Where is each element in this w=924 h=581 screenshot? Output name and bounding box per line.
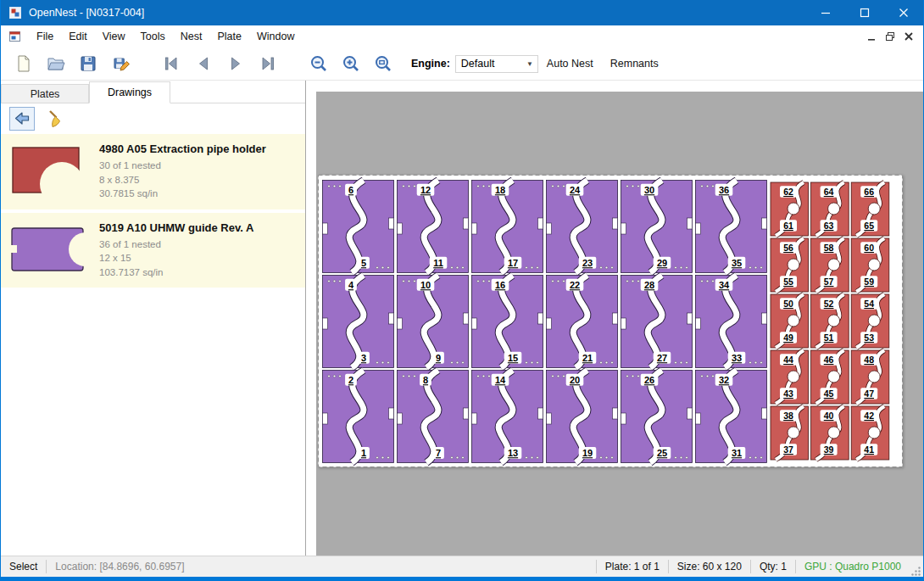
nest-part-pair-purple[interactable]: 2221	[547, 276, 618, 368]
nest-part-pair-purple[interactable]: 2827	[621, 276, 693, 368]
maximize-button[interactable]	[845, 0, 884, 25]
clear-parts-button[interactable]	[43, 107, 69, 131]
mdi-restore-button[interactable]	[881, 28, 899, 45]
nest-part-pair-red[interactable]: 4241	[851, 406, 889, 460]
chevron-down-icon: ▼	[526, 60, 537, 68]
nest-part-pair-red[interactable]: 4443	[771, 350, 809, 404]
nest-part-pair-red[interactable]: 6059	[851, 238, 889, 292]
close-button[interactable]	[884, 0, 923, 25]
nav-last-button[interactable]	[253, 50, 282, 77]
mdi-close-button[interactable]	[899, 28, 918, 45]
minimize-button[interactable]	[806, 0, 845, 25]
nest-part-pair-red[interactable]: 4039	[811, 406, 849, 460]
nest-part-pair-red[interactable]: 5857	[811, 238, 849, 292]
nav-next-button[interactable]	[221, 50, 250, 77]
svg-text:27: 27	[657, 353, 667, 363]
plate-svg[interactable]: 6512111817242330293635431091615222128273…	[318, 175, 903, 467]
svg-text:6: 6	[348, 185, 353, 195]
engine-label: Engine:	[411, 58, 450, 70]
nest-part-pair-purple[interactable]: 2019	[547, 371, 618, 463]
drawing-size: 8 x 8.375	[99, 173, 266, 187]
nest-part-pair-purple[interactable]: 3635	[696, 181, 767, 273]
svg-text:57: 57	[824, 277, 834, 287]
drawing-area: 30.7815 sq/in	[99, 187, 266, 201]
nest-part-pair-red[interactable]: 5049	[771, 294, 809, 348]
nest-part-pair-purple[interactable]: 3433	[696, 276, 767, 368]
nest-part-pair-red[interactable]: 4645	[811, 350, 849, 404]
prev-arrow-icon	[193, 53, 214, 74]
canvas-left-gutter	[306, 81, 316, 556]
engine-select[interactable]: Default ▼	[455, 55, 538, 73]
document-icon[interactable]	[8, 30, 22, 43]
zoom-out-button[interactable]	[304, 50, 333, 77]
nest-part-pair-purple[interactable]: 21	[323, 371, 394, 463]
svg-text:50: 50	[783, 299, 793, 309]
menu-window[interactable]: Window	[249, 27, 302, 46]
open-button[interactable]	[42, 50, 70, 77]
nav-prev-button[interactable]	[189, 50, 218, 77]
tab-drawings[interactable]: Drawings	[89, 81, 170, 103]
nest-canvas[interactable]: 6512111817242330293635431091615222128273…	[306, 81, 923, 556]
svg-text:63: 63	[824, 221, 834, 231]
nav-first-button[interactable]	[157, 50, 186, 77]
svg-text:18: 18	[495, 185, 505, 195]
nest-part-pair-purple[interactable]: 87	[398, 371, 469, 463]
menu-plate[interactable]: Plate	[209, 27, 249, 46]
menu-bar: File Edit View Tools Nest Plate Window	[1, 25, 923, 47]
svg-text:38: 38	[783, 411, 793, 421]
tab-plates[interactable]: Plates	[1, 84, 89, 103]
svg-text:2: 2	[348, 375, 353, 385]
nest-part-pair-red[interactable]: 5251	[811, 294, 849, 348]
nest-part-pair-purple[interactable]: 2423	[547, 181, 618, 273]
nest-part-pair-purple[interactable]: 1211	[398, 181, 469, 273]
drawing-name: 4980 A05 Extraction pipe holder	[99, 142, 266, 155]
svg-text:5: 5	[361, 258, 366, 268]
parts-panel: Plates Drawings	[1, 81, 306, 556]
nest-part-pair-purple[interactable]: 65	[323, 181, 394, 273]
svg-text:41: 41	[864, 444, 874, 455]
svg-text:1: 1	[361, 448, 366, 458]
return-part-button[interactable]	[9, 107, 35, 131]
nest-part-pair-red[interactable]: 5453	[851, 294, 889, 348]
new-button[interactable]	[9, 50, 38, 77]
zoom-fit-button[interactable]	[369, 50, 398, 77]
menu-edit[interactable]: Edit	[61, 27, 95, 46]
nest-part-pair-purple[interactable]: 1615	[472, 276, 543, 368]
panel-tabs: Plates Drawings	[1, 81, 305, 103]
resize-grip[interactable]	[910, 556, 923, 577]
nest-part-pair-purple[interactable]: 43	[323, 276, 394, 368]
save-as-button[interactable]	[106, 50, 135, 77]
status-mode: Select	[1, 556, 46, 577]
nest-part-pair-purple[interactable]: 1413	[472, 371, 543, 463]
menu-tools[interactable]: Tools	[133, 27, 173, 46]
svg-text:43: 43	[783, 388, 793, 399]
nest-part-pair-red[interactable]: 6463	[811, 182, 849, 236]
remnants-button[interactable]: Remnants	[602, 53, 667, 75]
save-as-icon	[110, 53, 131, 74]
drawing-name: 5019 A10 UHMW guide Rev. A	[99, 221, 253, 234]
svg-text:36: 36	[719, 185, 729, 195]
nest-part-pair-purple[interactable]: 2625	[621, 371, 693, 463]
save-button[interactable]	[74, 50, 103, 77]
nest-part-pair-red[interactable]: 5655	[771, 238, 809, 292]
list-item[interactable]: 5019 A10 UHMW guide Rev. A 36 of 1 neste…	[1, 213, 305, 288]
nest-part-pair-purple[interactable]: 3231	[696, 371, 767, 463]
zoom-in-button[interactable]	[337, 50, 365, 77]
menu-file[interactable]: File	[29, 27, 61, 46]
svg-text:21: 21	[582, 353, 593, 363]
svg-text:54: 54	[864, 299, 874, 309]
svg-text:15: 15	[508, 353, 518, 363]
menu-view[interactable]: View	[95, 27, 133, 46]
svg-text:12: 12	[420, 185, 431, 195]
nest-part-pair-red[interactable]: 4847	[851, 350, 889, 404]
auto-nest-button[interactable]: Auto Nest	[538, 53, 602, 75]
nest-part-pair-purple[interactable]: 3029	[621, 181, 693, 273]
nest-part-pair-purple[interactable]: 109	[398, 276, 469, 368]
nest-part-pair-purple[interactable]: 1817	[472, 181, 543, 273]
mdi-minimize-button[interactable]	[862, 28, 881, 45]
nest-part-pair-red[interactable]: 6261	[771, 182, 809, 236]
menu-nest[interactable]: Nest	[173, 27, 210, 46]
list-item[interactable]: 4980 A05 Extraction pipe holder 30 of 1 …	[1, 134, 305, 209]
nest-part-pair-red[interactable]: 6665	[851, 182, 889, 236]
nest-part-pair-red[interactable]: 3837	[771, 406, 809, 460]
